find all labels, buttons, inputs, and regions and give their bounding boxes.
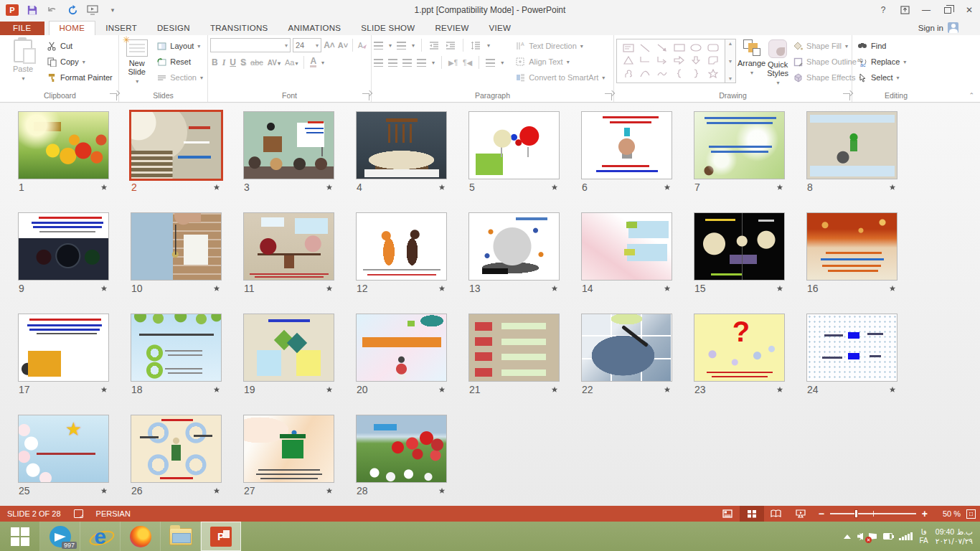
slide-10-thumbnail-plumb-line-brick-wall[interactable] xyxy=(131,212,222,281)
start-from-beginning-icon[interactable] xyxy=(86,4,99,16)
cut-button[interactable]: Cut xyxy=(44,38,115,54)
customize-qat-icon[interactable]: ▾ xyxy=(106,4,119,16)
paragraph-dialog-launcher[interactable] xyxy=(605,93,612,100)
zoom-in-button[interactable]: + xyxy=(922,509,928,519)
slide-15-thumbnail-black-circles-diagram[interactable] xyxy=(694,212,785,281)
tab-file[interactable]: FILE xyxy=(0,22,44,35)
slide-21-thumbnail-labels-and-bars[interactable] xyxy=(468,314,560,382)
slide-1-thumbnail-tulips-calligraphy-title[interactable] xyxy=(18,111,109,179)
taskbar-telegram[interactable]: 997 xyxy=(40,522,80,551)
justify-icon[interactable] xyxy=(417,59,426,67)
bold-button[interactable]: B xyxy=(212,57,218,67)
spell-check-icon[interactable] xyxy=(74,509,83,518)
slide-5-thumbnail-brain-vs-heart-boxing[interactable] xyxy=(468,111,560,179)
tab-insert[interactable]: INSERT xyxy=(95,22,147,35)
powerpoint-logo-icon[interactable]: P xyxy=(6,4,19,16)
normal-view-button[interactable] xyxy=(715,506,740,522)
paste-button[interactable]: Paste▾ xyxy=(4,37,42,90)
slide-24-thumbnail-dotted-arrows-terms[interactable] xyxy=(806,314,897,382)
font-name-combobox[interactable]: ▾ xyxy=(210,38,291,52)
redo-icon[interactable] xyxy=(66,4,79,16)
undo-icon[interactable] xyxy=(46,4,59,16)
slide-show-button[interactable] xyxy=(788,506,813,522)
tab-view[interactable]: VIEW xyxy=(479,22,522,35)
text-shadow-button[interactable]: S xyxy=(240,57,246,67)
line-spacing-icon[interactable] xyxy=(470,39,481,51)
ltr-direction-icon[interactable]: ▶¶ xyxy=(448,59,458,67)
slide-23-thumbnail-big-question-mark-yellow[interactable] xyxy=(694,314,785,382)
slide-20-thumbnail-cartoon-character-pastel[interactable] xyxy=(356,314,447,382)
taskbar-firefox[interactable] xyxy=(121,522,161,551)
find-button[interactable]: Find xyxy=(854,38,908,54)
language-switcher[interactable]: فا FA xyxy=(920,528,928,545)
network-signal-icon[interactable] xyxy=(899,532,913,540)
slide-6-thumbnail-brain-character-arrow[interactable] xyxy=(581,111,672,179)
slide-13-thumbnail-wiki-globe-people[interactable] xyxy=(468,212,560,281)
increase-font-size-icon[interactable]: A˄ xyxy=(324,39,335,51)
clear-formatting-icon[interactable]: A xyxy=(357,39,368,51)
slide-sorter-view-button[interactable] xyxy=(740,506,764,522)
slide-7-thumbnail-green-floral-text[interactable] xyxy=(694,111,785,179)
align-center-icon[interactable] xyxy=(388,59,397,67)
slide-12-thumbnail-two-figures-exchange[interactable] xyxy=(356,212,447,281)
align-text-button[interactable]: Align Text▾ xyxy=(512,54,607,70)
format-painter-button[interactable]: Format Painter xyxy=(44,70,115,85)
taskbar-file-explorer[interactable] xyxy=(161,522,201,551)
reset-button[interactable]: Reset xyxy=(154,54,205,70)
tab-review[interactable]: REVIEW xyxy=(425,22,479,35)
zoom-out-button[interactable]: − xyxy=(819,509,824,519)
increase-indent-icon[interactable] xyxy=(445,39,456,51)
underline-button[interactable]: U xyxy=(230,57,236,67)
show-hidden-icons-button[interactable] xyxy=(844,534,851,539)
language-indicator[interactable]: PERSIAN xyxy=(96,509,131,518)
decrease-indent-icon[interactable] xyxy=(428,39,440,51)
slide-4-thumbnail-chair-open-book[interactable] xyxy=(356,111,447,179)
slide-3-thumbnail-teacher-presentation[interactable] xyxy=(243,111,334,179)
minimize-button[interactable]: — xyxy=(915,0,937,20)
action-center-flag-icon[interactable]: ✕ xyxy=(869,533,877,540)
strikethrough-button[interactable]: abc xyxy=(250,58,263,67)
drawing-dialog-launcher[interactable] xyxy=(843,93,850,100)
change-case-button[interactable]: Aa▾ xyxy=(285,58,298,67)
fit-slide-to-window-icon[interactable] xyxy=(966,509,976,519)
shapes-gallery-scrollbar[interactable]: ▲▼▼ xyxy=(725,39,736,83)
convert-to-smartart-button[interactable]: Convert to SmartArt▾ xyxy=(512,70,607,85)
save-icon[interactable] xyxy=(26,4,39,16)
slide-19-thumbnail-diamond-shapes-columns[interactable] xyxy=(243,314,334,382)
numbering-icon[interactable] xyxy=(397,42,406,50)
font-size-combobox[interactable]: 24▾ xyxy=(293,38,321,52)
clipboard-dialog-launcher[interactable] xyxy=(110,93,117,100)
layout-button[interactable]: Layout▾ xyxy=(154,38,205,54)
slide-16-thumbnail-autumn-abstract-questions[interactable] xyxy=(806,212,897,281)
slide-9-thumbnail-car-dashboard[interactable] xyxy=(18,212,109,281)
battery-icon[interactable] xyxy=(883,533,892,540)
start-button[interactable] xyxy=(0,522,40,551)
bullets-icon[interactable] xyxy=(374,42,383,50)
slide-28-thumbnail-tulip-field-end[interactable] xyxy=(356,415,447,483)
align-right-icon[interactable] xyxy=(402,59,412,67)
columns-icon[interactable] xyxy=(486,59,495,67)
slide-27-thumbnail-green-pot-peach[interactable] xyxy=(243,415,334,483)
user-avatar[interactable] xyxy=(948,22,958,33)
zoom-percentage[interactable]: 50 % xyxy=(933,509,961,518)
font-color-button[interactable]: A xyxy=(310,57,316,67)
reading-view-button[interactable] xyxy=(764,506,788,522)
slide-22-thumbnail-hand-writing-pen[interactable] xyxy=(581,314,672,382)
quick-styles-button[interactable]: Quick Styles▾ xyxy=(767,37,788,90)
tab-slide-show[interactable]: SLIDE SHOW xyxy=(351,22,425,35)
tab-transitions[interactable]: TRANSITIONS xyxy=(200,22,278,35)
rtl-direction-icon[interactable]: ¶◀ xyxy=(463,59,472,67)
select-button[interactable]: Select▾ xyxy=(854,70,908,85)
font-dialog-launcher[interactable] xyxy=(362,93,369,100)
volume-icon[interactable] xyxy=(857,533,862,540)
taskbar-clock[interactable]: ب.ظ 09:40 ۲۰۲۱/۰۷/۲۹ xyxy=(936,527,973,546)
ribbon-display-options-icon[interactable] xyxy=(894,0,915,20)
help-icon[interactable]: ? xyxy=(872,0,894,20)
tab-animations[interactable]: ANIMATIONS xyxy=(278,22,352,35)
replace-button[interactable]: abac Replace▾ xyxy=(854,54,908,70)
character-spacing-button[interactable]: AV▾ xyxy=(268,59,281,67)
shapes-gallery[interactable] xyxy=(616,39,725,83)
slide-11-thumbnail-heart-brain-balance[interactable] xyxy=(243,212,334,281)
restore-button[interactable] xyxy=(937,0,958,20)
slide-17-thumbnail-card-payment-photo[interactable] xyxy=(18,314,109,382)
